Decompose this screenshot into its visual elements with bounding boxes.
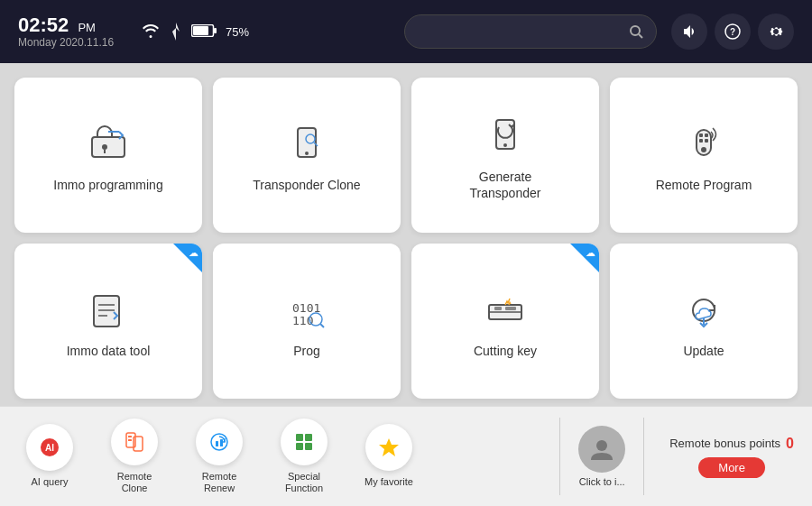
svg-point-49 <box>596 440 607 451</box>
app-label-remote-clone: RemoteClone <box>117 471 152 494</box>
app-label-my-favorite: My favorite <box>364 476 413 488</box>
card-label-transponder-clone: Transponder Clone <box>253 177 360 193</box>
search-input[interactable] <box>418 24 622 39</box>
favorite-icon <box>376 435 401 460</box>
badge-cloud-icon: ☁ <box>189 247 198 259</box>
card-update[interactable]: Update <box>610 244 798 399</box>
card-cutting-key[interactable]: ☁ Cutting key <box>411 244 599 399</box>
transponder-clone-icon <box>283 121 330 168</box>
bottom-user: Click to i... <box>567 407 636 506</box>
svg-point-8 <box>102 144 107 150</box>
user-click-label: Click to i... <box>579 476 625 487</box>
remote-renew-icon <box>207 429 232 455</box>
search-bar[interactable] <box>404 14 657 49</box>
app-label-ai-query: AI query <box>32 476 69 488</box>
app-remote-clone[interactable]: RemoteClone <box>94 416 175 497</box>
card-label-generate-transponder: GenerateTransponder <box>470 169 541 201</box>
svg-point-15 <box>503 143 507 147</box>
app-special-function[interactable]: SpecialFunction <box>263 416 345 497</box>
settings-icon <box>768 23 784 40</box>
help-button[interactable]: ? <box>715 14 751 50</box>
card-immo-programming[interactable]: Immo programming <box>14 78 202 233</box>
card-label-cutting-key: Cutting key <box>474 343 537 359</box>
svg-line-4 <box>639 34 642 38</box>
svg-point-21 <box>701 147 706 152</box>
app-my-favorite[interactable]: My favorite <box>348 416 429 497</box>
card-prog[interactable]: 0101 110 Prog <box>213 244 401 399</box>
bonus-label: Remote bonus points <box>669 437 780 450</box>
svg-rect-1 <box>214 28 217 33</box>
svg-line-29 <box>320 324 324 327</box>
card-label-immo-data-tool: Immo data tool <box>67 343 151 359</box>
card-generate-transponder[interactable]: GenerateTransponder <box>411 78 599 233</box>
svg-text:?: ? <box>730 27 735 37</box>
special-function-icon <box>291 429 317 455</box>
svg-text:AI: AI <box>45 443 54 453</box>
settings-button[interactable] <box>758 14 794 50</box>
svg-rect-22 <box>94 296 119 327</box>
date-display: Monday 2020.11.16 <box>18 36 126 49</box>
card-label-immo-programming: Immo programming <box>53 177 162 193</box>
bottom-divider <box>559 418 560 495</box>
immo-programming-icon <box>85 121 132 168</box>
remote-clone-icon-circle <box>111 419 158 465</box>
ai-query-icon: AI <box>37 435 62 460</box>
main-content: Immo programming Transponder Clone Gener… <box>0 63 812 406</box>
svg-rect-19 <box>699 139 703 143</box>
bonus-value: 0 <box>786 436 794 452</box>
svg-rect-18 <box>705 133 708 137</box>
header: 02:52 PM Monday 2020.11.16 75% <box>0 0 812 63</box>
generate-transponder-icon <box>482 113 529 160</box>
remote-renew-icon-circle <box>196 419 243 465</box>
card-label-update: Update <box>683 343 724 359</box>
app-remote-renew[interactable]: RemoteRenew <box>179 416 260 497</box>
avatar-icon <box>587 435 616 464</box>
card-transponder-clone[interactable]: Transponder Clone <box>213 78 401 233</box>
user-avatar[interactable] <box>578 426 625 473</box>
ai-query-icon-circle: AI <box>26 424 73 471</box>
volume-icon <box>681 23 697 40</box>
prog-icon: 0101 110 <box>283 287 330 334</box>
svg-rect-32 <box>494 307 502 310</box>
help-icon: ? <box>724 23 741 40</box>
more-button[interactable]: More <box>698 457 765 478</box>
bonus-row: Remote bonus points 0 <box>669 436 794 452</box>
bottom-divider-2 <box>643 418 644 495</box>
remote-program-icon <box>680 121 727 168</box>
svg-rect-7 <box>92 137 125 157</box>
svg-rect-44 <box>296 434 303 441</box>
svg-point-11 <box>305 152 309 155</box>
cutting-key-icon <box>482 287 529 334</box>
svg-rect-20 <box>705 139 708 143</box>
card-label-remote-program: Remote Program <box>656 177 752 193</box>
app-ai-query[interactable]: AI AI query <box>9 416 90 497</box>
svg-rect-39 <box>128 436 132 437</box>
svg-rect-2 <box>193 26 208 35</box>
search-icon <box>629 24 643 39</box>
svg-rect-47 <box>305 443 312 450</box>
bonus-section: Remote bonus points 0 More <box>651 407 812 506</box>
update-icon <box>680 287 727 334</box>
badge-cloud-icon-2: ☁ <box>586 247 595 259</box>
bluetooth-icon <box>170 23 182 41</box>
svg-rect-33 <box>505 307 516 310</box>
ampm-value: PM <box>78 21 96 34</box>
app-label-remote-renew: RemoteRenew <box>202 471 237 494</box>
card-remote-program[interactable]: Remote Program <box>610 78 798 233</box>
status-icons: 75% <box>141 23 390 41</box>
time-value: 02:52 <box>18 14 69 36</box>
battery-percent: 75% <box>226 25 249 39</box>
card-immo-data-tool[interactable]: ☁ Immo data tool <box>14 244 202 399</box>
special-function-icon-circle <box>281 419 328 465</box>
app-grid: Immo programming Transponder Clone Gener… <box>14 78 798 399</box>
battery-icon <box>191 23 217 41</box>
app-label-special-function: SpecialFunction <box>285 471 323 494</box>
svg-marker-48 <box>379 438 399 456</box>
my-favorite-icon-circle <box>365 424 412 471</box>
volume-button[interactable] <box>671 14 707 50</box>
card-label-prog: Prog <box>293 343 320 359</box>
svg-rect-40 <box>128 439 132 441</box>
svg-rect-42 <box>216 441 218 446</box>
svg-rect-45 <box>305 434 312 441</box>
remote-clone-icon <box>122 429 147 455</box>
